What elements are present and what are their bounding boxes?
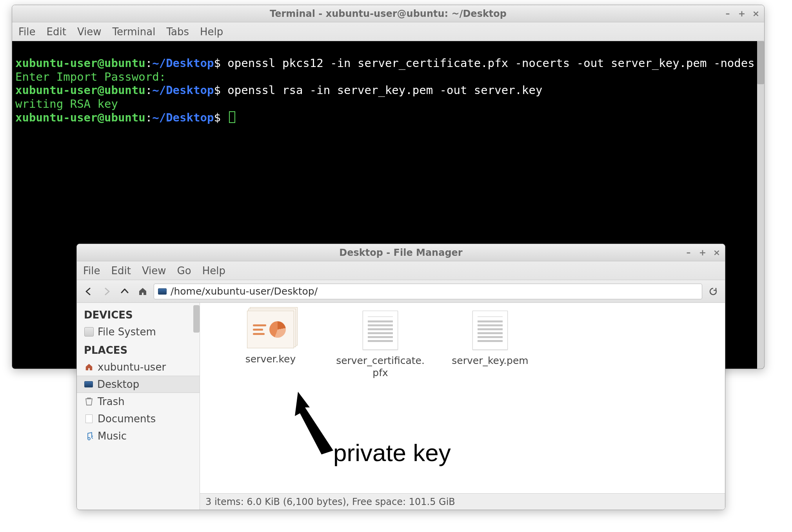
terminal-scroll-thumb[interactable]: [757, 41, 764, 84]
maximize-button[interactable]: +: [738, 9, 746, 18]
arrow-right-icon: [103, 288, 111, 295]
location-input[interactable]: [170, 285, 698, 297]
status-text: 3 items: 6.0 KiB (6,100 bytes), Free spa…: [205, 496, 455, 507]
close-button[interactable]: ×: [752, 9, 760, 18]
prompt-user: xubuntu-user: [15, 56, 98, 70]
menu-view[interactable]: View: [142, 265, 166, 277]
prompt-host: ubuntu: [104, 56, 145, 70]
file-label: server_certificate.pfx: [333, 355, 427, 379]
desktop-icon: [84, 380, 93, 389]
terminal-command-2: openssl rsa -in server_key.pem -out serv…: [227, 83, 542, 97]
file-manager-titlebar[interactable]: Desktop - File Manager – + ×: [77, 244, 725, 261]
annotation-label: private key: [333, 439, 451, 467]
terminal-scrollbar[interactable]: [757, 41, 764, 369]
minimize-button[interactable]: –: [684, 248, 693, 257]
nav-back-button[interactable]: [82, 284, 96, 299]
close-button[interactable]: ×: [712, 248, 721, 257]
sidebar-label-documents: Documents: [98, 413, 156, 425]
terminal-command-1: openssl pkcs12 -in server_certificate.pf…: [227, 56, 754, 70]
prompt-dollar: $: [214, 56, 220, 70]
sidebar-item-home[interactable]: xubuntu-user: [77, 358, 200, 376]
status-bar: 3 items: 6.0 KiB (6,100 bytes), Free spa…: [200, 493, 725, 510]
file-grid: server.key server_certificate.pfx server…: [200, 303, 725, 493]
text-file-icon: [363, 311, 398, 350]
home-icon: [138, 287, 147, 296]
refresh-icon: [708, 287, 718, 296]
sidebar-item-desktop[interactable]: Desktop: [77, 376, 200, 393]
prompt-tilde: ~: [152, 56, 159, 70]
refresh-button[interactable]: [706, 284, 720, 299]
home-icon: [84, 362, 94, 372]
minimize-button[interactable]: –: [723, 9, 732, 18]
terminal-output-1: Enter Import Password:: [15, 70, 166, 83]
sidebar-header-devices: DEVICES: [77, 305, 200, 323]
menu-file[interactable]: File: [83, 265, 100, 277]
menu-help[interactable]: Help: [200, 26, 223, 38]
location-bar[interactable]: [154, 284, 702, 299]
file-manager-window: Desktop - File Manager – + × File Edit V…: [76, 244, 725, 510]
sidebar-item-music[interactable]: Music: [77, 427, 200, 445]
sidebar-item-filesystem[interactable]: File System: [77, 323, 200, 340]
sidebar-label-desktop: Desktop: [97, 378, 139, 390]
file-view[interactable]: server.key server_certificate.pfx server…: [200, 303, 725, 510]
menu-view[interactable]: View: [77, 26, 102, 38]
terminal-menubar: File Edit View Terminal Tabs Help: [12, 22, 764, 41]
terminal-title: Terminal - xubuntu-user@ubuntu: ~/Deskto…: [12, 8, 764, 19]
sidebar-label-filesystem: File System: [98, 326, 156, 338]
nav-up-button[interactable]: [118, 284, 132, 299]
sidebar[interactable]: DEVICES File System PLACES xubuntu-user …: [77, 303, 200, 510]
prompt-colon: :: [145, 56, 152, 70]
file-item-server-key-pem[interactable]: server_key.pem: [443, 311, 537, 367]
nav-home-button[interactable]: [136, 284, 150, 299]
sidebar-scroll-thumb[interactable]: [193, 305, 200, 333]
music-icon: [84, 431, 94, 441]
menu-go[interactable]: Go: [177, 265, 191, 277]
arrow-up-icon: [121, 288, 129, 295]
menu-file[interactable]: File: [18, 26, 36, 38]
file-label: server_key.pem: [452, 355, 528, 367]
menu-tabs[interactable]: Tabs: [166, 26, 189, 38]
menu-edit[interactable]: Edit: [47, 26, 66, 38]
sidebar-label-home: xubuntu-user: [98, 361, 166, 373]
file-manager-toolbar: [77, 280, 725, 303]
sidebar-item-trash[interactable]: Trash: [77, 393, 200, 410]
file-manager-title: Desktop - File Manager: [77, 247, 725, 258]
file-item-server-certificate[interactable]: server_certificate.pfx: [333, 311, 427, 379]
menu-help[interactable]: Help: [202, 265, 225, 277]
sidebar-label-music: Music: [98, 430, 127, 442]
sidebar-label-trash: Trash: [98, 396, 125, 407]
arrow-left-icon: [85, 288, 93, 295]
menu-terminal[interactable]: Terminal: [113, 26, 156, 38]
text-file-icon: [472, 311, 508, 350]
file-item-server-key[interactable]: server.key: [223, 311, 318, 365]
prompt-dir: Desktop: [166, 56, 214, 70]
desktop-icon: [158, 288, 167, 295]
prompt-at: @: [98, 56, 104, 70]
trash-icon: [84, 397, 94, 406]
prompt-slash: /: [159, 56, 166, 70]
document-icon: [84, 414, 94, 423]
file-manager-menubar: File Edit View Go Help: [77, 261, 725, 280]
presentation-file-icon: [247, 311, 294, 348]
nav-forward-button[interactable]: [100, 284, 114, 299]
terminal-titlebar[interactable]: Terminal - xubuntu-user@ubuntu: ~/Deskto…: [12, 5, 764, 22]
terminal-cursor: [229, 111, 235, 123]
maximize-button[interactable]: +: [698, 248, 707, 257]
sidebar-item-documents[interactable]: Documents: [77, 410, 200, 427]
file-label: server.key: [245, 353, 296, 365]
menu-edit[interactable]: Edit: [111, 265, 131, 277]
hdd-icon: [84, 327, 94, 337]
terminal-output-2: writing RSA key: [15, 97, 118, 110]
sidebar-header-places: PLACES: [77, 340, 200, 358]
